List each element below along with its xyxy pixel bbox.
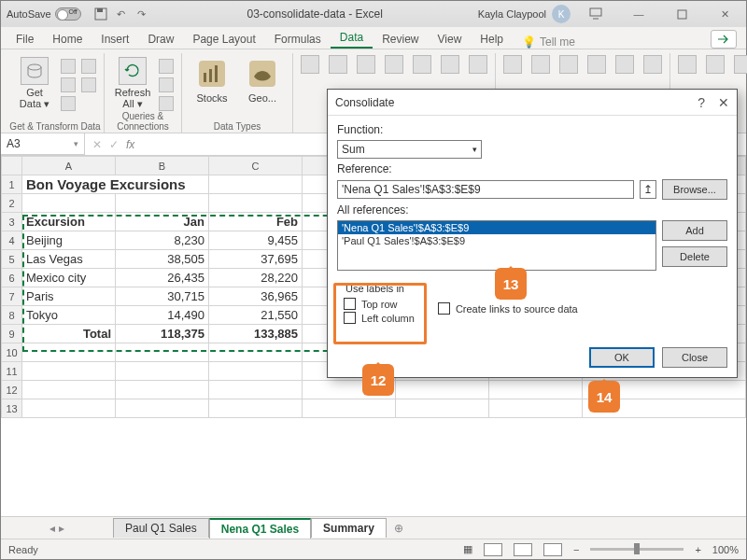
text-to-columns-icon[interactable] xyxy=(503,55,522,74)
sort-az-icon[interactable] xyxy=(301,55,319,74)
cell-a6[interactable]: Mexico city xyxy=(22,269,116,287)
recent-sources-icon[interactable] xyxy=(81,59,96,74)
flash-fill-icon[interactable] xyxy=(531,55,550,74)
help-icon[interactable]: ? xyxy=(698,95,705,110)
redo-icon[interactable]: ↷ xyxy=(134,6,150,22)
zoom-in-icon[interactable]: + xyxy=(695,544,700,555)
tab-help[interactable]: Help xyxy=(471,29,513,49)
reapply-icon[interactable] xyxy=(441,55,459,74)
stocks-button[interactable]: Stocks xyxy=(190,55,234,104)
cell-c6[interactable]: 28,220 xyxy=(209,269,303,287)
cell-a1[interactable]: Bon Voyage Excursions xyxy=(22,175,209,194)
cell-a7[interactable]: Paris xyxy=(22,287,116,306)
page-layout-view-icon[interactable] xyxy=(514,543,532,556)
row-12[interactable]: 12 xyxy=(2,381,22,399)
list-item[interactable]: 'Paul Q1 Sales'!$A$3:$E$9 xyxy=(338,234,655,247)
cell-b9[interactable]: 118,375 xyxy=(116,325,209,343)
col-C[interactable]: C xyxy=(209,157,303,175)
cell-a3[interactable]: Excursion xyxy=(22,213,116,231)
zoom-level[interactable]: 100% xyxy=(712,544,739,555)
undo-icon[interactable]: ↶ xyxy=(113,6,130,22)
range-picker-icon[interactable]: ↥ xyxy=(640,180,656,199)
row-4[interactable]: 4 xyxy=(2,231,22,250)
delete-button[interactable]: Delete xyxy=(662,246,727,267)
col-A[interactable]: A xyxy=(22,157,116,175)
ribbon-options-icon[interactable] xyxy=(574,1,617,27)
sheet-tab-summary[interactable]: Summary xyxy=(311,518,387,538)
clear-icon[interactable] xyxy=(413,55,431,74)
cell-a4[interactable]: Beijing xyxy=(22,231,116,250)
create-links-checkbox[interactable]: Create links to source data xyxy=(438,302,578,315)
dialog-close-icon[interactable]: ✕ xyxy=(718,95,729,110)
add-button[interactable]: Add xyxy=(662,220,727,241)
browse-button[interactable]: Browse... xyxy=(662,179,727,200)
cell-c7[interactable]: 36,965 xyxy=(209,287,303,306)
filter-icon[interactable] xyxy=(385,55,403,74)
tab-formulas[interactable]: Formulas xyxy=(265,29,331,49)
fx-icon[interactable]: fx xyxy=(126,138,134,151)
group-icon[interactable] xyxy=(734,55,747,74)
row-11[interactable]: 11 xyxy=(2,362,22,381)
minimize-button[interactable]: — xyxy=(617,1,660,27)
cancel-icon[interactable]: ✕ xyxy=(92,138,102,151)
advanced-icon[interactable] xyxy=(469,55,487,74)
sheet-tab-paul[interactable]: Paul Q1 Sales xyxy=(113,518,209,538)
display-settings-icon[interactable]: ▦ xyxy=(463,543,472,555)
new-sheet-button[interactable]: ⊕ xyxy=(387,522,411,535)
cell-a9[interactable]: Total xyxy=(22,325,116,343)
cell-b6[interactable]: 26,435 xyxy=(116,269,209,287)
cell-b7[interactable]: 30,715 xyxy=(116,287,209,306)
from-web-icon[interactable] xyxy=(61,77,76,92)
cell-a8[interactable]: Tokyo xyxy=(22,306,116,325)
tab-data[interactable]: Data xyxy=(331,27,373,49)
cell-c5[interactable]: 37,695 xyxy=(209,250,303,269)
geography-button[interactable]: Geo... xyxy=(240,55,285,104)
function-combobox[interactable]: Sum ▾ xyxy=(337,140,482,159)
share-button[interactable] xyxy=(711,30,737,49)
refresh-all-button[interactable]: Refresh All ▾ xyxy=(112,55,153,109)
enter-icon[interactable]: ✓ xyxy=(109,138,119,151)
row-5[interactable]: 5 xyxy=(2,250,22,269)
get-data-button[interactable]: Get Data ▾ xyxy=(14,55,55,109)
cell-a5[interactable]: Las Vegas xyxy=(22,250,116,269)
left-column-checkbox[interactable]: Left column xyxy=(344,312,415,324)
row-10[interactable]: 10 xyxy=(2,343,22,362)
edit-links-icon[interactable] xyxy=(159,96,174,111)
whatif-icon[interactable] xyxy=(678,55,697,74)
data-validation-icon[interactable] xyxy=(587,55,606,74)
tab-home[interactable]: Home xyxy=(43,29,92,49)
row-2[interactable]: 2 xyxy=(2,194,22,213)
page-break-view-icon[interactable] xyxy=(543,543,562,556)
row-7[interactable]: 7 xyxy=(2,287,22,306)
close-button[interactable]: Close xyxy=(662,347,727,368)
tell-me-search[interactable]: 💡 Tell me xyxy=(513,35,711,49)
cell-c3[interactable]: Feb xyxy=(209,213,303,231)
col-B[interactable]: B xyxy=(116,157,209,175)
sheet-scroll[interactable]: ◂ ▸ xyxy=(1,522,113,535)
save-icon[interactable] xyxy=(92,6,109,22)
row-6[interactable]: 6 xyxy=(2,269,22,287)
cell-b3[interactable]: Jan xyxy=(116,213,209,231)
cell-b8[interactable]: 14,490 xyxy=(116,306,209,325)
tab-insert[interactable]: Insert xyxy=(92,29,138,49)
all-references-listbox[interactable]: 'Nena Q1 Sales'!$A$3:$E$9 'Paul Q1 Sales… xyxy=(337,220,656,271)
select-all-corner[interactable] xyxy=(2,157,22,175)
ok-button[interactable]: OK xyxy=(589,347,655,368)
row-8[interactable]: 8 xyxy=(2,306,22,325)
dialog-titlebar[interactable]: Consolidate ? ✕ xyxy=(328,90,737,116)
row-13[interactable]: 13 xyxy=(2,399,22,418)
tab-draw[interactable]: Draw xyxy=(138,29,183,49)
sort-za-icon[interactable] xyxy=(329,55,347,74)
sheet-tab-nena[interactable]: Nena Q1 Sales xyxy=(209,518,311,539)
tab-view[interactable]: View xyxy=(429,29,472,49)
zoom-slider[interactable] xyxy=(590,548,684,551)
row-9[interactable]: 9 xyxy=(2,325,22,343)
from-text-icon[interactable] xyxy=(61,59,76,74)
maximize-button[interactable] xyxy=(660,1,703,27)
properties-icon[interactable] xyxy=(159,77,174,92)
cell-c4[interactable]: 9,455 xyxy=(209,231,303,250)
relationships-icon[interactable] xyxy=(643,55,662,74)
row-1[interactable]: 1 xyxy=(2,175,22,194)
queries-icon[interactable] xyxy=(159,59,174,74)
tab-file[interactable]: File xyxy=(7,29,43,49)
